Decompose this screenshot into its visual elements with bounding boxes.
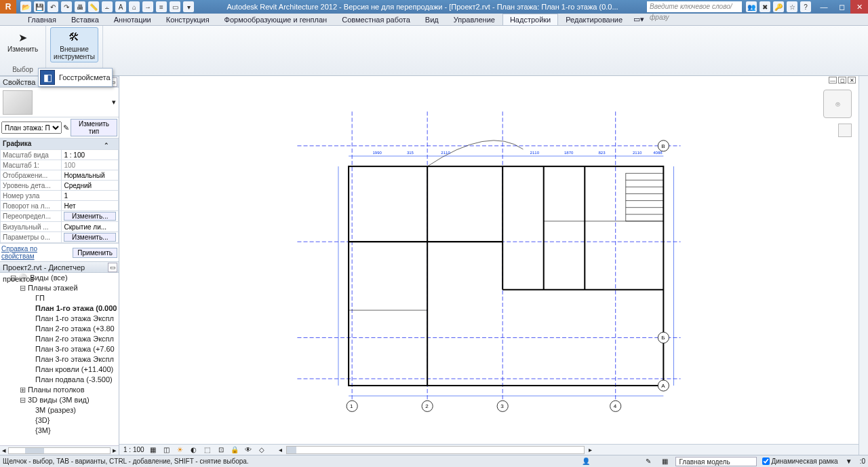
tree-item[interactable]: ГП [28,293,119,303]
edit-type-button[interactable]: Изменить тип [71,119,117,136]
ribbon-panel: ➤ Изменить Выбор 🛠 Внешние инструменты [0,26,868,76]
subscription-icon[interactable]: 👥 [746,1,757,12]
undo-icon[interactable]: ↶ [47,1,58,12]
tree-item[interactable]: {3М} [28,426,119,436]
nav-right-icon[interactable]: ▸ [589,446,592,453]
open-icon[interactable]: 📂 [20,1,31,12]
tree-item[interactable]: План 3-го этажа Экспл [28,354,119,365]
apply-button[interactable]: Применить [73,248,117,258]
section-icon[interactable]: ≡ [156,1,167,12]
drawing-canvas[interactable]: ◎ [119,84,859,444]
prop-value[interactable] [62,191,119,201]
crop-icon[interactable]: ⬚ [203,445,212,455]
print-icon[interactable]: 🖶 [75,1,85,12]
crop-show-icon[interactable]: ⊡ [216,445,226,455]
browser-hscroll[interactable]: ◂ ▸ [0,445,119,455]
properties-help-link[interactable]: Справка по свойствам [1,245,70,260]
props-section-header[interactable]: Графика ⌃ [0,138,119,149]
dynamic-frame-checkbox[interactable] [762,457,770,465]
tab-context-icon[interactable]: ▭▾ [630,13,648,25]
close-button[interactable]: ✕ [850,0,868,14]
tree-item[interactable]: План 1-го этажа (0.000 [28,303,119,314]
sun-icon[interactable]: ☀ [176,445,185,455]
minimize-button[interactable]: — [815,0,833,14]
dynamic-frame-check[interactable]: Динамическая рамка [762,457,837,465]
canvas-vscroll[interactable] [859,76,868,455]
external-tools-button[interactable]: 🛠 Внешние инструменты [50,27,98,62]
tab-collab[interactable]: Совместная работа [334,14,418,25]
tab-manage[interactable]: Управление [446,14,502,25]
text-icon[interactable]: A [115,1,126,12]
redo-icon[interactable]: ↷ [61,1,72,12]
exchange-icon[interactable]: ✖ [760,1,770,12]
visual-style-icon[interactable]: ◫ [162,445,172,455]
lock-icon[interactable]: 🔒 [230,445,239,455]
view-close-button[interactable]: ✕ [848,77,856,83]
svg-text:823: 823 [598,151,606,155]
prop-value[interactable]: Изменить... [62,211,119,222]
prop-value[interactable] [62,222,119,232]
tab-massing[interactable]: Формообразующие и генплан [217,14,335,25]
tree-item[interactable]: 3М (разрез) [28,405,119,415]
tree-item[interactable]: План 1-го этажа Экспл [28,314,119,324]
editable-icon[interactable]: ✎ [643,457,654,466]
star-icon[interactable]: ☆ [787,1,797,12]
prop-value[interactable]: Изменить... [62,232,119,243]
worksets-icon[interactable]: 👤 [580,457,591,466]
tab-structure[interactable]: Конструкция [159,14,217,25]
view-max-button[interactable]: ◻ [838,77,846,83]
prop-value[interactable] [62,170,119,181]
canvas-hscroll[interactable] [286,446,585,454]
tree-group[interactable]: ⊞ Планы потолков [19,385,119,395]
cursor-icon: ➤ [15,29,31,45]
prop-value[interactable] [62,201,119,211]
save-icon[interactable]: 💾 [34,1,45,12]
nav-left-icon[interactable]: ◂ [279,446,282,453]
filter-icon[interactable]: ▼ [844,457,854,466]
dropdown-item-label[interactable]: Госстройсмета [59,73,111,81]
tab-home[interactable]: Главная [20,14,64,25]
scale-display[interactable]: 1 : 100 [123,446,144,453]
tree-item[interactable]: План кровли (+11.400) [28,365,119,375]
home-icon[interactable]: ⌂ [129,1,140,12]
key-icon[interactable]: 🔑 [773,1,784,12]
maximize-button[interactable]: ◻ [833,0,850,14]
type-selector[interactable]: План этажа: П [1,122,62,134]
tree-group[interactable]: ⊟ 3D виды (3М вид) [19,395,119,405]
browser-close-icon[interactable]: ▭ [108,263,117,272]
title-bar: R 📂 💾 ↶ ↷ 🖶 📏 ⫠ A ⌂ → ≡ ▭ ▾ Autodesk Rev… [0,0,868,14]
view-min-button[interactable]: — [829,77,837,83]
tab-view[interactable]: Вид [418,14,446,25]
search-input[interactable]: Введите ключевое слово/фразу [647,1,742,12]
arrow-icon[interactable]: → [142,1,153,12]
tab-insert[interactable]: Вставка [64,14,106,25]
modify-button[interactable]: ➤ Изменить [4,27,41,55]
prop-value[interactable] [62,150,119,160]
help-icon[interactable]: ? [800,1,811,12]
app-logo[interactable]: R [0,0,16,14]
tree-item[interactable]: План 2-го этажа (+3.80 [28,324,119,334]
tree-item[interactable]: {3D} [28,415,119,426]
design-options-icon[interactable]: ▦ [659,457,670,466]
reveal-icon[interactable]: ◇ [257,445,267,455]
prop-value[interactable] [62,181,119,191]
type-dropdown-icon[interactable]: ▾ [112,98,116,107]
collapse-icon[interactable]: ⌃ [104,140,109,151]
ribbon-tabs: Главная Вставка Аннотации Конструкция Фо… [0,14,868,26]
tree-item[interactable]: План 3-го этажа (+7.60 [28,344,119,354]
external-tools-dropdown[interactable]: ◧ Госстройсмета [38,68,113,87]
temp-hide-icon[interactable]: 👁 [243,445,253,455]
shadows-icon[interactable]: ◐ [189,445,199,455]
tree-item[interactable]: План 2-го этажа Экспл [28,334,119,344]
tab-modify[interactable]: Редактирование [558,14,630,25]
tab-addins[interactable]: Надстройки [502,14,558,25]
align-icon[interactable]: ⫠ [102,1,113,12]
window-icon[interactable]: ▭ [170,1,180,12]
switch-icon[interactable]: ▾ [183,1,194,12]
model-combo[interactable]: Главная модель [675,457,757,466]
tree-item[interactable]: План подвала (-3.500) [28,375,119,385]
measure-icon[interactable]: 📏 [88,1,99,12]
project-browser[interactable]: ⊟ ⚪ Виды (все)⊟ Планы этажейГППлан 1-го … [0,273,119,445]
tab-annotate[interactable]: Аннотации [106,14,159,25]
detail-level-icon[interactable]: ▦ [149,445,158,455]
